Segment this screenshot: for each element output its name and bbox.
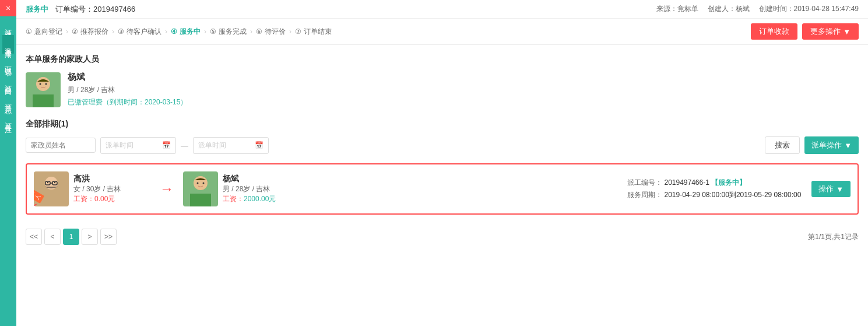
step-3-num: ③ bbox=[118, 27, 124, 36]
step-3-label: 待客户确认 bbox=[126, 27, 161, 37]
service-section-title: 本单服务的家政人员 bbox=[26, 54, 859, 65]
svg-point-20 bbox=[197, 183, 199, 184]
svg-point-4 bbox=[37, 77, 49, 89]
step-7[interactable]: ⑦ 订单结束 bbox=[295, 27, 332, 37]
sidebar-item-interview[interactable]: 面试记录 bbox=[2, 54, 14, 72]
dispatch-no-line: 派工编号： 2019497466-1 【服务中】 bbox=[627, 178, 802, 188]
close-icon: × bbox=[6, 3, 10, 13]
schedule-filter: 派单时间 📅 — 派单时间 📅 搜索 派单操作 ▼ bbox=[26, 136, 859, 154]
page-prev-button[interactable]: < bbox=[44, 229, 61, 245]
svg-rect-9 bbox=[41, 192, 62, 206]
sidebar-item-order-note[interactable]: 订单备注 bbox=[2, 110, 14, 128]
sidebar-item-dispatch[interactable]: 派单排期 bbox=[2, 35, 14, 54]
step-5-label: 服务完成 bbox=[219, 27, 247, 37]
step-1-num: ① bbox=[26, 27, 32, 36]
step-4-num: ④ bbox=[171, 27, 177, 36]
worker-name-input[interactable] bbox=[26, 138, 96, 153]
schedule-section: 全部排期(1) 派单时间 📅 — 派单时间 📅 搜索 派单操作 ▼ bbox=[26, 119, 859, 245]
worker-wage-original: 工资：0.00元 bbox=[73, 194, 121, 204]
worker-name-assignee: 杨斌 bbox=[223, 174, 276, 184]
schedule-section-title: 全部排期(1) bbox=[26, 119, 859, 129]
top-bar-right: 来源：竞标单 创建人：杨斌 创建时间：2019-04-28 15:47:49 bbox=[656, 4, 859, 14]
step-2[interactable]: ② 推荐报价 bbox=[72, 27, 108, 37]
staff-fee-status: 已缴管理费（到期时间：2020-03-15） bbox=[68, 97, 187, 107]
worker-card-original: 已派人 高洪 女 / 30岁 / 吉林 工资：0.00元 bbox=[34, 171, 150, 206]
staff-name: 杨斌 bbox=[68, 72, 187, 83]
arrow-1: › bbox=[66, 27, 68, 36]
calendar-icon-2: 📅 bbox=[255, 141, 263, 149]
svg-point-19 bbox=[195, 176, 206, 188]
step-4-label: 服务中 bbox=[180, 27, 201, 37]
order-number-label: 订单编号：2019497466 bbox=[55, 4, 135, 15]
step-6[interactable]: ⑥ 待评价 bbox=[256, 27, 286, 37]
content-area: 本单服务的家政人员 杨斌 男 / 28岁 / 吉林 已缴管理费（ bbox=[16, 45, 868, 326]
schedule-row: 已派人 高洪 女 / 30岁 / 吉林 工资：0.00元 → bbox=[26, 163, 859, 215]
arrow-3: › bbox=[165, 27, 167, 36]
step-2-num: ② bbox=[72, 27, 78, 36]
svg-point-5 bbox=[40, 83, 41, 85]
step-7-num: ⑦ bbox=[295, 27, 301, 36]
step-5[interactable]: ⑤ 服务完成 bbox=[210, 27, 247, 37]
step-5-num: ⑤ bbox=[210, 27, 216, 36]
page-first-button[interactable]: << bbox=[26, 229, 42, 245]
source-info: 来源：竞标单 bbox=[656, 4, 698, 14]
pagination: << < 1 > >> 第1/1页,共1记录 bbox=[26, 224, 859, 245]
operate-dropdown-icon: ▼ bbox=[836, 185, 844, 194]
svg-rect-18 bbox=[190, 194, 211, 206]
steps-actions: 订单收款 更多操作 ▼ bbox=[751, 23, 859, 40]
svg-point-14 bbox=[47, 182, 48, 183]
dispatch-operation-button[interactable]: 派单操作 ▼ bbox=[804, 136, 859, 154]
page-current-button[interactable]: 1 bbox=[63, 229, 79, 245]
svg-rect-3 bbox=[33, 94, 54, 107]
operate-button[interactable]: 操作 ▼ bbox=[811, 181, 851, 197]
page-next-button[interactable]: > bbox=[82, 229, 98, 245]
worker-detail-assignee: 男 / 28岁 / 吉林 bbox=[223, 184, 276, 194]
page-nav: << < 1 > >> bbox=[26, 229, 117, 245]
worker-info-original: 高洪 女 / 30岁 / 吉林 工资：0.00元 bbox=[73, 174, 121, 204]
sidebar: × 订单详情 派单排期 面试记录 订单合同 订单日志 订单备注 bbox=[0, 0, 16, 326]
page-last-button[interactable]: >> bbox=[100, 229, 117, 245]
sidebar-item-order-log[interactable]: 订单日志 bbox=[2, 91, 14, 110]
step-2-label: 推荐报价 bbox=[80, 27, 108, 37]
worker-detail-original: 女 / 30岁 / 吉林 bbox=[73, 184, 121, 194]
worker-avatar-original: 已派人 bbox=[34, 171, 69, 206]
date-start-picker[interactable]: 派单时间 📅 bbox=[100, 137, 176, 154]
svg-point-21 bbox=[203, 183, 205, 184]
dispatch-info: 派工编号： 2019497466-1 【服务中】 服务周期： 2019-04-2… bbox=[627, 178, 802, 200]
dispatch-dropdown-icon: ▼ bbox=[844, 141, 852, 150]
search-button[interactable]: 搜索 bbox=[765, 136, 800, 154]
filter-actions: 搜索 派单操作 ▼ bbox=[765, 136, 859, 154]
sidebar-item-order-detail[interactable]: 订单详情 bbox=[2, 16, 14, 35]
step-1-label: 意向登记 bbox=[34, 27, 62, 37]
dispatch-period-line: 服务周期： 2019-04-29 08:00:00到2019-05-29 08:… bbox=[627, 190, 802, 200]
step-4[interactable]: ④ 服务中 bbox=[171, 27, 201, 37]
dispatch-arrow-icon: → bbox=[160, 181, 174, 197]
top-bar-left: 服务中 订单编号：2019497466 bbox=[26, 4, 135, 15]
worker-card-assignee: 杨斌 男 / 28岁 / 吉林 工资：2000.00元 bbox=[183, 171, 300, 206]
steps-list: ① 意向登记 › ② 推荐报价 › ③ 待客户确认 › ④ 服务中 › ⑤ 服务… bbox=[26, 27, 332, 37]
steps-bar: ① 意向登记 › ② 推荐报价 › ③ 待客户确认 › ④ 服务中 › ⑤ 服务… bbox=[16, 19, 868, 45]
creator-info: 创建人：杨斌 bbox=[708, 4, 750, 14]
arrow-4: › bbox=[204, 27, 206, 36]
worker-wage-assignee: 工资：2000.00元 bbox=[223, 194, 276, 204]
step-7-label: 订单结束 bbox=[304, 27, 332, 37]
arrow-5: › bbox=[250, 27, 252, 36]
collect-payment-button[interactable]: 订单收款 bbox=[751, 23, 797, 40]
assignee-avatar-image bbox=[183, 171, 218, 206]
arrow-2: › bbox=[112, 27, 114, 36]
top-bar: 服务中 订单编号：2019497466 来源：竞标单 创建人：杨斌 创建时间：2… bbox=[16, 0, 868, 19]
main-content: 服务中 订单编号：2019497466 来源：竞标单 创建人：杨斌 创建时间：2… bbox=[16, 0, 868, 326]
order-status: 服务中 bbox=[26, 4, 48, 15]
worker-name-original: 高洪 bbox=[73, 174, 121, 184]
sidebar-item-contract[interactable]: 订单合同 bbox=[2, 72, 14, 91]
staff-gender-age: 男 / 28岁 / 吉林 bbox=[68, 85, 187, 95]
more-actions-button[interactable]: 更多操作 ▼ bbox=[802, 23, 859, 40]
staff-avatar bbox=[26, 72, 61, 107]
worker-avatar-assignee bbox=[183, 171, 218, 206]
page-info: 第1/1页,共1记录 bbox=[808, 232, 859, 242]
date-end-picker[interactable]: 派单时间 📅 bbox=[193, 137, 269, 154]
step-3[interactable]: ③ 待客户确认 bbox=[118, 27, 161, 37]
step-6-num: ⑥ bbox=[256, 27, 262, 36]
close-button[interactable]: × bbox=[0, 0, 16, 16]
step-1[interactable]: ① 意向登记 bbox=[26, 27, 62, 37]
